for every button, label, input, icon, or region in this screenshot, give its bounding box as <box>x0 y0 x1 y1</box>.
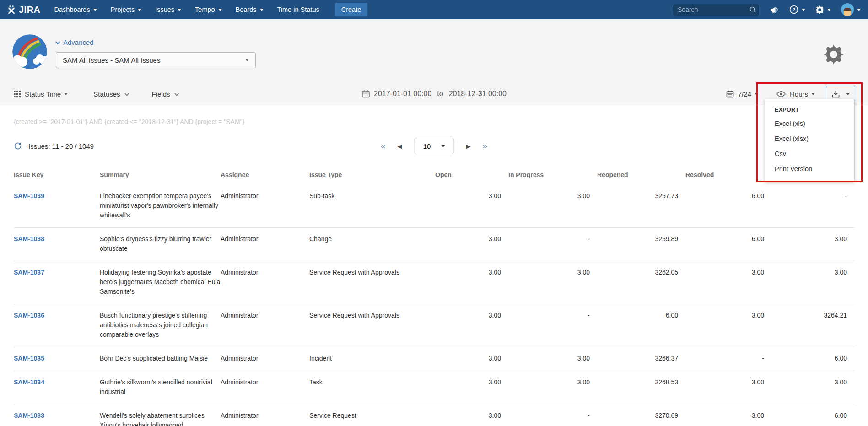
status-hours-cell: 3.00 <box>435 228 508 261</box>
user-menu-button[interactable] <box>841 3 861 16</box>
table-row: SAM-1033Wendell's solely abatement surpl… <box>14 404 854 426</box>
chevron-down-icon <box>174 91 179 96</box>
issue-key-link[interactable]: SAM-1033 <box>14 412 44 419</box>
nav-dashboards[interactable]: Dashboards <box>54 6 97 13</box>
chevron-down-icon <box>846 93 850 95</box>
issue-summary-cell: Sophie's dryness's fizzy blurring trawle… <box>100 228 221 261</box>
chevron-down-icon <box>93 9 97 11</box>
chevron-down-icon <box>124 91 129 96</box>
issue-type-cell: Sub-task <box>309 185 435 228</box>
nav-time-in-status[interactable]: Time in Status <box>277 6 319 13</box>
issue-key-link[interactable]: SAM-1037 <box>14 269 44 276</box>
status-hours-cell: 3.00 <box>685 404 771 426</box>
export-print-version[interactable]: Print Version <box>765 162 854 177</box>
issue-assignee-cell: Administrator <box>221 304 309 347</box>
date-to-value[interactable]: 2018-12-31 00:00 <box>449 90 507 98</box>
nav-boards[interactable]: Boards <box>236 6 264 13</box>
issue-key-link[interactable]: SAM-1036 <box>14 312 44 319</box>
results-bar: Issues: 11 - 20 / 1049 « ◀ 10 ▶ » <box>14 137 854 155</box>
search-icon[interactable] <box>749 6 756 15</box>
issue-summary-cell: Guthrie's silkworm's stencilled nontrivi… <box>100 371 221 404</box>
status-hours-cell: 3.00 <box>771 261 854 304</box>
status-hours-cell: 3.00 <box>435 304 508 347</box>
column-header-summary[interactable]: Summary <box>100 168 221 185</box>
column-header-in-progress[interactable]: In Progress <box>508 168 597 185</box>
create-button[interactable]: Create <box>335 3 368 16</box>
issue-key-cell: SAM-1035 <box>14 347 100 371</box>
jira-logo-text: JIRA <box>19 5 41 15</box>
status-hours-cell: 6.00 <box>771 404 854 426</box>
issue-key-cell: SAM-1039 <box>14 185 100 228</box>
issue-assignee-cell: Administrator <box>221 371 309 404</box>
export-csv[interactable]: Csv <box>765 146 854 162</box>
date-range-to-label: to <box>437 90 443 98</box>
nav-tempo[interactable]: Tempo <box>195 6 222 13</box>
column-header-assignee[interactable]: Assignee <box>221 168 309 185</box>
chevron-down-icon <box>55 40 60 44</box>
last-page-button[interactable]: » <box>483 141 488 151</box>
help-menu-button[interactable]: ? <box>789 5 805 14</box>
column-header-resolved[interactable]: Resolved <box>685 168 771 185</box>
column-header-issue-type[interactable]: Issue Type <box>309 168 435 185</box>
export-excel-xlsx[interactable]: Excel (xlsx) <box>765 131 854 146</box>
status-hours-cell: - <box>508 228 597 261</box>
status-hours-cell: 3.00 <box>771 228 854 261</box>
first-page-button[interactable]: « <box>381 141 386 151</box>
chevron-down-icon <box>441 145 445 147</box>
nav-issues[interactable]: Issues <box>155 6 181 13</box>
issue-key-link[interactable]: SAM-1035 <box>14 355 44 362</box>
report-settings-button[interactable] <box>824 44 844 66</box>
date-range-picker[interactable]: 2017-01-01 00:00 to 2018-12-31 00:00 <box>361 90 507 98</box>
statuses-menu[interactable]: Statuses <box>93 90 128 98</box>
chevron-down-icon <box>260 9 264 11</box>
previous-page-button[interactable]: ◀ <box>398 143 402 150</box>
status-hours-cell: - <box>508 404 597 426</box>
fields-label: Fields <box>152 90 170 98</box>
saved-filter-select[interactable]: SAM All Issues - SAM All Issues <box>56 52 256 68</box>
search-input[interactable] <box>673 4 760 16</box>
issue-key-link[interactable]: SAM-1039 <box>14 192 44 200</box>
column-header-reopened[interactable]: Reopened <box>597 168 685 185</box>
status-hours-cell: - <box>685 347 771 371</box>
status-hours-cell: 3.00 <box>435 261 508 304</box>
issue-key-link[interactable]: SAM-1034 <box>14 378 44 386</box>
advanced-toggle[interactable]: Advanced <box>56 38 94 46</box>
column-header-issue-key[interactable]: Issue Key <box>14 168 100 185</box>
status-hours-cell: 3.00 <box>435 404 508 426</box>
report-header: Advanced SAM All Issues - SAM All Issues… <box>0 19 868 105</box>
announcements-button[interactable] <box>770 5 779 14</box>
export-download-icon <box>832 90 840 98</box>
admin-settings-button[interactable] <box>815 5 831 14</box>
nav-projects[interactable]: Projects <box>111 6 141 13</box>
pagination: « ◀ 10 ▶ » <box>381 138 487 154</box>
status-hours-cell: - <box>771 185 854 228</box>
status-hours-cell: 3.00 <box>508 347 597 371</box>
table-row: SAM-1036Busch functionary prestige's sti… <box>14 304 854 347</box>
page: JIRA Dashboards Projects Issues Tempo Bo… <box>0 0 868 426</box>
export-dropdown-menu: EXPORT Excel (xls) Excel (xlsx) Csv Prin… <box>765 99 855 182</box>
issue-assignee-cell: Administrator <box>221 404 309 426</box>
table-row: SAM-1034Guthrie's silkworm's stencilled … <box>14 371 854 404</box>
time-unit-menu[interactable]: Hours <box>776 90 815 98</box>
chevron-down-icon <box>64 93 68 95</box>
chevron-down-icon <box>245 59 249 61</box>
jira-logo[interactable]: JIRA <box>6 5 41 15</box>
calendar-mode-menu[interactable]: 7/24 <box>726 90 758 98</box>
status-hours-cell: 3268.53 <box>597 371 685 404</box>
status-hours-cell: 3.00 <box>685 261 771 304</box>
chevron-down-icon <box>218 9 222 11</box>
page-size-select[interactable]: 10 <box>414 138 454 154</box>
top-navbar: JIRA Dashboards Projects Issues Tempo Bo… <box>0 0 868 19</box>
fields-menu[interactable]: Fields <box>152 90 178 98</box>
date-from-value[interactable]: 2017-01-01 00:00 <box>374 90 431 98</box>
refresh-button[interactable] <box>14 142 22 150</box>
next-page-button[interactable]: ▶ <box>466 143 471 150</box>
status-hours-cell: 3262.05 <box>597 261 685 304</box>
export-excel-xls[interactable]: Excel (xls) <box>765 116 854 131</box>
issue-key-link[interactable]: SAM-1038 <box>14 235 44 243</box>
gear-icon <box>815 5 824 14</box>
status-hours-cell: 3257.73 <box>597 185 685 228</box>
column-header-open[interactable]: Open <box>435 168 508 185</box>
status-time-menu[interactable]: Status Time <box>14 90 68 98</box>
nav-dashboards-label: Dashboards <box>54 6 90 13</box>
